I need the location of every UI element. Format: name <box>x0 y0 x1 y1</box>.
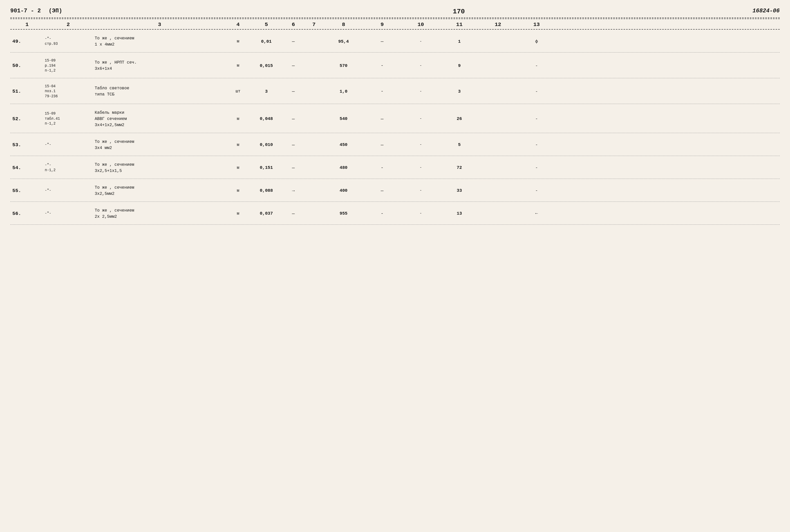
row-50-num: 50. <box>10 63 44 69</box>
row-51-col13: - <box>517 89 556 94</box>
row-49-desc-2: 1 х 4мм2 <box>95 41 225 48</box>
top-separator-2 <box>10 19 780 19</box>
row-55-ref: -"- <box>44 188 93 193</box>
col-header-10: 10 <box>401 22 440 27</box>
col-header-12: 12 <box>479 22 517 27</box>
row-50-col11: 9 <box>440 63 479 68</box>
row-49-col9: — <box>363 39 401 44</box>
row-56-col9: - <box>363 211 401 216</box>
row-54-col9: - <box>363 165 401 170</box>
col-header-11: 11 <box>440 22 479 27</box>
row-50-col6: — <box>283 63 304 68</box>
row-52-ref-2: табл.41 <box>45 116 92 121</box>
row-50-col5: 0,015 <box>250 63 283 68</box>
row-54-num: 54. <box>10 165 44 171</box>
row-54-desc-1: То же , сечением <box>95 162 225 168</box>
row-56-col6: — <box>283 211 304 216</box>
row-52-ref-3: п-1,2 <box>45 121 92 126</box>
row-53-col13: - <box>517 142 556 147</box>
row-56-desc: То же , сечением 2х 2,5мм2 <box>93 207 227 220</box>
col-header-13: 13 <box>517 22 556 27</box>
row-53-desc: То же , сечением 3х4 мм2 <box>93 139 227 151</box>
row-55-col11: 33 <box>440 188 479 193</box>
top-separator <box>10 18 780 18</box>
row-52-desc-3: 3х4+1х2,5мм2 <box>95 122 225 128</box>
row-54-col5: 0,151 <box>250 165 283 170</box>
page-number: 170 <box>453 8 465 16</box>
row-53-col9: — <box>363 142 401 148</box>
row-52-desc-2: АВВГ сечением <box>95 116 225 122</box>
row-54-ref-2: п-1,2 <box>45 168 92 173</box>
doc-code: 901-7 - 2 <box>10 8 41 14</box>
row-52-col9: — <box>363 116 401 121</box>
row-49-desc-1: То же , сечением <box>95 35 225 41</box>
row-49-col5: 0,01 <box>250 39 283 44</box>
table-row: 55. -"- То же , сечением 3х2,5мм2 м 0,08… <box>10 179 780 202</box>
row-49-col8: 95,4 <box>324 39 363 44</box>
row-51-col9: - <box>363 89 401 94</box>
row-49-col6: — <box>283 39 304 44</box>
row-51-desc: Табло световое типа ТСБ <box>93 85 227 98</box>
row-49-ref-2: стр.93 <box>45 41 92 46</box>
table-row: 56. -"- То же , сечением 2х 2,5мм2 м 0,0… <box>10 202 780 225</box>
row-51-ref-2: поз.1 <box>45 89 92 94</box>
row-52-col10: - <box>401 117 440 121</box>
row-56-num: 56. <box>10 211 44 216</box>
row-56-unit: м <box>227 211 250 216</box>
row-56-desc-1: То же , сечением <box>95 207 225 214</box>
row-50-ref-3: п-1,2 <box>45 68 92 73</box>
row-55-unit: м <box>227 188 250 193</box>
row-51-col8: 1,0 <box>324 89 363 94</box>
row-51-col10: - <box>401 89 440 94</box>
row-51-unit: шт <box>227 89 250 94</box>
row-53-desc-2: 3х4 мм2 <box>95 145 225 151</box>
row-50-col8: 570 <box>324 63 363 68</box>
row-51-ref: 15-04 поз.1 79-236 <box>44 84 93 99</box>
row-52-unit: м <box>227 117 250 121</box>
table-row: 54. -"- п-1,2 То же , сечением 3х2,5+1х1… <box>10 156 780 179</box>
row-53-col8: 450 <box>324 142 363 147</box>
row-53-col6: — <box>283 142 304 148</box>
row-53-num: 53. <box>10 142 44 148</box>
row-53-col11: 5 <box>440 142 479 147</box>
row-55-num: 55. <box>10 188 44 193</box>
row-49-ref: -"- стр.93 <box>44 36 93 46</box>
doc-type: (ЭП) <box>49 8 62 14</box>
row-50-col10: - <box>401 63 440 68</box>
row-50-ref: 15-09 р.194 п-1,2 <box>44 58 93 73</box>
row-49-unit: м <box>227 39 250 44</box>
column-headers-row: 1 2 3 4 5 6 7 8 9 10 11 12 13 <box>10 20 780 30</box>
row-56-ref-1: -"- <box>45 211 92 216</box>
page-header: 901-7 - 2 (ЭП) 170 16824-06 <box>10 8 780 16</box>
row-51-ref-3: 79-236 <box>45 94 92 99</box>
row-52-col13: - <box>517 116 556 121</box>
row-50-col9: - <box>363 63 401 68</box>
col-header-3: 3 <box>93 22 227 27</box>
col-header-5: 5 <box>250 22 283 27</box>
row-52-col8: 540 <box>324 116 363 121</box>
row-52-num: 52. <box>10 116 44 122</box>
row-51-desc-2: типа ТСБ <box>95 91 225 98</box>
row-56-ref: -"- <box>44 211 93 216</box>
row-55-desc-2: 3х2,5мм2 <box>95 191 225 197</box>
row-50-ref-2: р.194 <box>45 63 92 69</box>
col-header-4: 4 <box>227 22 250 27</box>
col-header-6: 6 <box>283 22 304 27</box>
row-49-col11: 1 <box>440 39 479 44</box>
row-50-col13: - <box>517 63 556 68</box>
table-row: 52. 15-09 табл.41 п-1,2 Кабель марки АВВ… <box>10 104 780 133</box>
row-55-col13: - <box>517 188 556 193</box>
col-header-8: 8 <box>324 22 363 27</box>
table-row: 53. -"- То же , сечением 3х4 мм2 м 0,010… <box>10 133 780 156</box>
row-52-ref-1: 15-09 <box>45 111 92 116</box>
row-54-ref: -"- п-1,2 <box>44 163 93 173</box>
row-54-col6: — <box>283 165 304 170</box>
row-49-col13: ф <box>517 39 556 44</box>
row-54-col8: 480 <box>324 165 363 170</box>
row-49-desc: То же , сечением 1 х 4мм2 <box>93 35 227 48</box>
row-49-col10: - <box>401 39 440 44</box>
row-51-num: 51. <box>10 89 44 94</box>
row-53-desc-1: То же , сечением <box>95 139 225 145</box>
row-56-col11: 13 <box>440 211 479 216</box>
page-container: 901-7 - 2 (ЭП) 170 16824-06 1 2 3 4 5 6 … <box>10 8 780 225</box>
